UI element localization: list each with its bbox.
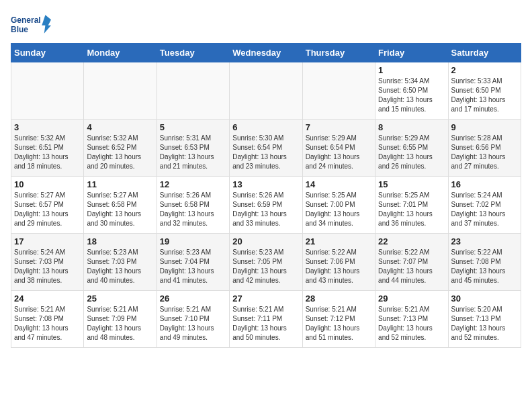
weekday-header-friday: Friday <box>375 44 448 62</box>
day-number: 28 <box>306 293 372 304</box>
day-info: Sunrise: 5:29 AM Sunset: 6:54 PM Dayligh… <box>306 134 372 171</box>
day-number: 5 <box>160 122 226 132</box>
calendar-cell: 7Sunrise: 5:29 AM Sunset: 6:54 PM Daylig… <box>302 120 375 177</box>
calendar-cell: 1Sunrise: 5:34 AM Sunset: 6:50 PM Daylig… <box>375 62 448 120</box>
day-info: Sunrise: 5:22 AM Sunset: 7:07 PM Dayligh… <box>378 248 445 285</box>
calendar-cell: 9Sunrise: 5:28 AM Sunset: 6:56 PM Daylig… <box>448 120 521 177</box>
day-number: 6 <box>232 122 299 132</box>
day-info: Sunrise: 5:32 AM Sunset: 6:51 PM Dayligh… <box>14 134 81 171</box>
day-number: 2 <box>451 65 518 75</box>
day-info: Sunrise: 5:21 AM Sunset: 7:09 PM Dayligh… <box>87 305 153 342</box>
weekday-header-sunday: Sunday <box>11 44 84 62</box>
logo-svg: General Blue <box>11 11 51 38</box>
calendar-cell: 21Sunrise: 5:22 AM Sunset: 7:06 PM Dayli… <box>302 234 375 291</box>
week-row-4: 17Sunrise: 5:24 AM Sunset: 7:03 PM Dayli… <box>11 234 521 291</box>
day-info: Sunrise: 5:29 AM Sunset: 6:55 PM Dayligh… <box>378 134 445 171</box>
day-number: 4 <box>87 122 153 132</box>
day-info: Sunrise: 5:26 AM Sunset: 6:59 PM Dayligh… <box>232 191 299 228</box>
calendar-cell: 16Sunrise: 5:24 AM Sunset: 7:02 PM Dayli… <box>448 177 521 234</box>
calendar-cell: 5Sunrise: 5:31 AM Sunset: 6:53 PM Daylig… <box>157 120 229 177</box>
calendar-cell <box>157 62 229 120</box>
day-number: 10 <box>14 179 81 189</box>
calendar-cell: 23Sunrise: 5:22 AM Sunset: 7:08 PM Dayli… <box>448 234 521 291</box>
day-info: Sunrise: 5:28 AM Sunset: 6:56 PM Dayligh… <box>451 134 518 171</box>
day-number: 13 <box>232 179 299 189</box>
day-info: Sunrise: 5:30 AM Sunset: 6:54 PM Dayligh… <box>232 134 299 171</box>
day-info: Sunrise: 5:34 AM Sunset: 6:50 PM Dayligh… <box>378 77 445 114</box>
calendar-cell: 28Sunrise: 5:21 AM Sunset: 7:12 PM Dayli… <box>302 291 375 348</box>
calendar-cell: 27Sunrise: 5:21 AM Sunset: 7:11 PM Dayli… <box>230 291 302 348</box>
day-number: 19 <box>160 236 226 246</box>
weekday-header-tuesday: Tuesday <box>157 44 229 62</box>
calendar-cell: 11Sunrise: 5:27 AM Sunset: 6:58 PM Dayli… <box>84 177 157 234</box>
day-number: 18 <box>87 236 153 246</box>
day-info: Sunrise: 5:22 AM Sunset: 7:06 PM Dayligh… <box>306 248 372 285</box>
day-info: Sunrise: 5:24 AM Sunset: 7:02 PM Dayligh… <box>451 191 518 228</box>
day-info: Sunrise: 5:25 AM Sunset: 7:00 PM Dayligh… <box>306 191 372 228</box>
calendar-cell: 2Sunrise: 5:33 AM Sunset: 6:50 PM Daylig… <box>448 62 521 120</box>
day-number: 14 <box>306 179 372 189</box>
day-number: 15 <box>378 179 445 189</box>
day-number: 27 <box>232 293 299 304</box>
day-number: 8 <box>378 122 445 132</box>
svg-text:Blue: Blue <box>11 25 28 34</box>
calendar-cell: 12Sunrise: 5:26 AM Sunset: 6:58 PM Dayli… <box>157 177 229 234</box>
day-info: Sunrise: 5:21 AM Sunset: 7:12 PM Dayligh… <box>306 305 372 342</box>
day-number: 22 <box>378 236 445 246</box>
week-row-1: 1Sunrise: 5:34 AM Sunset: 6:50 PM Daylig… <box>11 62 521 120</box>
calendar-cell: 29Sunrise: 5:21 AM Sunset: 7:13 PM Dayli… <box>375 291 448 348</box>
calendar-cell <box>230 62 302 120</box>
svg-text:General: General <box>11 15 41 25</box>
day-info: Sunrise: 5:21 AM Sunset: 7:13 PM Dayligh… <box>378 305 445 342</box>
calendar-cell: 30Sunrise: 5:20 AM Sunset: 7:13 PM Dayli… <box>448 291 521 348</box>
svg-marker-2 <box>42 15 51 33</box>
calendar-cell: 17Sunrise: 5:24 AM Sunset: 7:03 PM Dayli… <box>11 234 84 291</box>
weekday-header-wednesday: Wednesday <box>230 44 302 62</box>
day-info: Sunrise: 5:23 AM Sunset: 7:04 PM Dayligh… <box>160 248 226 285</box>
day-number: 1 <box>378 65 445 75</box>
day-number: 26 <box>160 293 226 304</box>
calendar-cell: 24Sunrise: 5:21 AM Sunset: 7:08 PM Dayli… <box>11 291 84 348</box>
day-info: Sunrise: 5:27 AM Sunset: 6:58 PM Dayligh… <box>87 191 153 228</box>
day-number: 12 <box>160 179 226 189</box>
day-info: Sunrise: 5:21 AM Sunset: 7:10 PM Dayligh… <box>160 305 226 342</box>
day-number: 30 <box>451 293 518 304</box>
day-info: Sunrise: 5:32 AM Sunset: 6:52 PM Dayligh… <box>87 134 153 171</box>
weekday-header-saturday: Saturday <box>448 44 521 62</box>
day-info: Sunrise: 5:22 AM Sunset: 7:08 PM Dayligh… <box>451 248 518 285</box>
calendar-cell: 10Sunrise: 5:27 AM Sunset: 6:57 PM Dayli… <box>11 177 84 234</box>
day-info: Sunrise: 5:20 AM Sunset: 7:13 PM Dayligh… <box>451 305 518 342</box>
calendar-cell: 4Sunrise: 5:32 AM Sunset: 6:52 PM Daylig… <box>84 120 157 177</box>
week-row-5: 24Sunrise: 5:21 AM Sunset: 7:08 PM Dayli… <box>11 291 521 348</box>
calendar-cell <box>84 62 157 120</box>
day-info: Sunrise: 5:21 AM Sunset: 7:08 PM Dayligh… <box>14 305 81 342</box>
day-number: 11 <box>87 179 153 189</box>
calendar-cell: 13Sunrise: 5:26 AM Sunset: 6:59 PM Dayli… <box>230 177 302 234</box>
day-info: Sunrise: 5:26 AM Sunset: 6:58 PM Dayligh… <box>160 191 226 228</box>
day-info: Sunrise: 5:31 AM Sunset: 6:53 PM Dayligh… <box>160 134 226 171</box>
day-number: 3 <box>14 122 81 132</box>
calendar-cell: 3Sunrise: 5:32 AM Sunset: 6:51 PM Daylig… <box>11 120 84 177</box>
day-info: Sunrise: 5:24 AM Sunset: 7:03 PM Dayligh… <box>14 248 81 285</box>
day-number: 20 <box>232 236 299 246</box>
calendar-cell: 8Sunrise: 5:29 AM Sunset: 6:55 PM Daylig… <box>375 120 448 177</box>
calendar-cell: 6Sunrise: 5:30 AM Sunset: 6:54 PM Daylig… <box>230 120 302 177</box>
day-number: 21 <box>306 236 372 246</box>
calendar-cell: 25Sunrise: 5:21 AM Sunset: 7:09 PM Dayli… <box>84 291 157 348</box>
day-info: Sunrise: 5:23 AM Sunset: 7:05 PM Dayligh… <box>232 248 299 285</box>
weekday-header-row: SundayMondayTuesdayWednesdayThursdayFrid… <box>11 44 521 62</box>
day-info: Sunrise: 5:23 AM Sunset: 7:03 PM Dayligh… <box>87 248 153 285</box>
day-number: 29 <box>378 293 445 304</box>
calendar-cell: 22Sunrise: 5:22 AM Sunset: 7:07 PM Dayli… <box>375 234 448 291</box>
day-number: 16 <box>451 179 518 189</box>
day-info: Sunrise: 5:21 AM Sunset: 7:11 PM Dayligh… <box>232 305 299 342</box>
calendar-cell: 15Sunrise: 5:25 AM Sunset: 7:01 PM Dayli… <box>375 177 448 234</box>
calendar-cell: 18Sunrise: 5:23 AM Sunset: 7:03 PM Dayli… <box>84 234 157 291</box>
day-info: Sunrise: 5:27 AM Sunset: 6:57 PM Dayligh… <box>14 191 81 228</box>
day-number: 17 <box>14 236 81 246</box>
day-number: 9 <box>451 122 518 132</box>
calendar-cell: 14Sunrise: 5:25 AM Sunset: 7:00 PM Dayli… <box>302 177 375 234</box>
weekday-header-thursday: Thursday <box>302 44 375 62</box>
calendar-cell <box>11 62 84 120</box>
logo: General Blue <box>11 11 51 38</box>
